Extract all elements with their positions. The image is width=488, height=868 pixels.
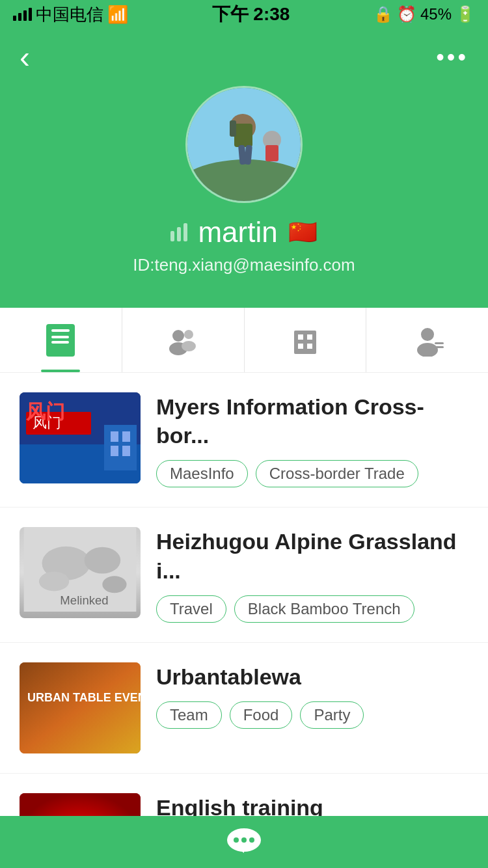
svg-rect-16 (298, 344, 303, 349)
svg-point-11 (184, 330, 193, 339)
battery-icon: 🔋 (455, 5, 475, 23)
thumb-map: Melinked (20, 527, 141, 618)
svg-text:风门: 风门 (33, 414, 61, 431)
tab-bar (0, 308, 488, 373)
profile-name-row: martin 🇨🇳 (170, 216, 317, 249)
flag-icon: 🇨🇳 (288, 219, 318, 246)
tag-party[interactable]: Party (300, 701, 364, 729)
svg-rect-29 (111, 446, 118, 456)
svg-rect-30 (122, 446, 130, 456)
list-item[interactable]: URBAN TABLE EVEN Urbantablewa Team Food … (0, 643, 488, 774)
people-icon (167, 324, 199, 357)
svg-point-1 (187, 159, 303, 203)
avatar (185, 86, 303, 203)
time-display: 下午 2:38 (212, 2, 290, 27)
signal-bars-icon (170, 223, 187, 241)
top-nav: ‹ ••• (0, 29, 488, 86)
thumb-urban: URBAN TABLE EVEN (20, 662, 141, 753)
svg-rect-24 (26, 412, 91, 435)
tab-contacts[interactable] (122, 308, 245, 372)
carrier-text: 中国电信 (36, 3, 103, 26)
svg-point-18 (421, 328, 434, 341)
status-right: 🔒 ⏰ 45% 🔋 (373, 5, 475, 23)
svg-rect-14 (298, 334, 303, 340)
svg-point-45 (234, 837, 239, 843)
svg-rect-4 (230, 120, 236, 137)
tag-food[interactable]: Food (230, 701, 293, 729)
building-icon (289, 324, 321, 357)
svg-rect-13 (294, 331, 316, 354)
thumbnail-2: Melinked (20, 527, 141, 618)
svg-point-46 (241, 837, 247, 843)
thumb-expo: 风门 (20, 392, 141, 483)
svg-rect-17 (307, 344, 312, 349)
lock-icon: 🔒 (373, 5, 393, 23)
svg-point-12 (182, 341, 196, 351)
doc-icon (46, 324, 75, 357)
battery-text: 45% (420, 5, 452, 23)
tag[interactable]: Travel (156, 595, 226, 623)
tag-team[interactable]: Team (156, 701, 222, 729)
avatar-image (187, 88, 301, 201)
svg-point-9 (172, 330, 184, 342)
item-content-1: Myers Information Cross-bor... MaesInfo … (156, 392, 468, 487)
list-item[interactable]: 风门 Myers Information Cross-bor... MaesIn… (0, 373, 488, 508)
wifi-icon: 📶 (107, 5, 128, 25)
tab-posts[interactable] (0, 308, 122, 372)
svg-point-34 (39, 572, 69, 591)
back-button[interactable]: ‹ (20, 42, 30, 73)
tab-profile[interactable] (366, 308, 488, 372)
thumbnail-3: URBAN TABLE EVEN (20, 662, 141, 753)
item-title-2: Heizhugou Alpine Grassland i... (156, 527, 468, 584)
svg-text:URBAN TABLE EVEN: URBAN TABLE EVEN (27, 691, 141, 704)
svg-rect-26 (104, 425, 137, 470)
svg-rect-8 (265, 145, 278, 161)
svg-rect-37 (20, 662, 141, 753)
svg-point-33 (85, 547, 121, 574)
item-tags-1: MaesInfo Cross-border Trade (156, 460, 468, 487)
svg-point-19 (417, 343, 438, 357)
signal-icon (13, 8, 32, 21)
more-button[interactable]: ••• (436, 44, 468, 71)
svg-rect-21 (435, 346, 444, 348)
content-area: 风门 Myers Information Cross-bor... MaesIn… (0, 373, 488, 868)
tag[interactable]: MaesInfo (156, 460, 248, 487)
list-item[interactable]: Melinked Heizhugou Alpine Grassland i...… (0, 508, 488, 642)
tag[interactable]: Black Bamboo Trench (234, 595, 414, 623)
username: martin (198, 216, 277, 249)
item-tags-2: Travel Black Bamboo Trench (156, 595, 468, 623)
svg-rect-15 (307, 334, 312, 340)
bottom-chat-button[interactable] (0, 816, 488, 868)
tab-company[interactable] (245, 308, 367, 372)
status-left: 中国电信 📶 (13, 3, 128, 26)
alarm-icon: ⏰ (397, 5, 416, 23)
thumbnail-1: 风门 (20, 392, 141, 483)
svg-rect-28 (122, 431, 130, 442)
chat-icon (224, 826, 264, 858)
item-content-3: Urbantablewa Team Food Party (156, 662, 468, 729)
svg-rect-27 (111, 431, 118, 442)
status-bar: 中国电信 📶 下午 2:38 🔒 ⏰ 45% 🔋 (0, 0, 488, 29)
profile-header: martin 🇨🇳 ID:teng.xiang@maesinfo.com (0, 86, 488, 308)
person-icon (411, 324, 444, 357)
item-title-1: Myers Information Cross-bor... (156, 392, 468, 450)
tag[interactable]: Cross-border Trade (256, 460, 418, 487)
item-tags-3: Team Food Party (156, 701, 468, 729)
svg-point-35 (102, 576, 126, 593)
svg-rect-3 (234, 124, 252, 147)
svg-text:Melinked: Melinked (60, 593, 108, 607)
item-title-3: Urbantablewa (156, 662, 468, 691)
profile-id: ID:teng.xiang@maesinfo.com (133, 255, 355, 275)
svg-point-47 (249, 837, 254, 843)
svg-rect-20 (435, 342, 444, 344)
item-content-2: Heizhugou Alpine Grassland i... Travel B… (156, 527, 468, 622)
